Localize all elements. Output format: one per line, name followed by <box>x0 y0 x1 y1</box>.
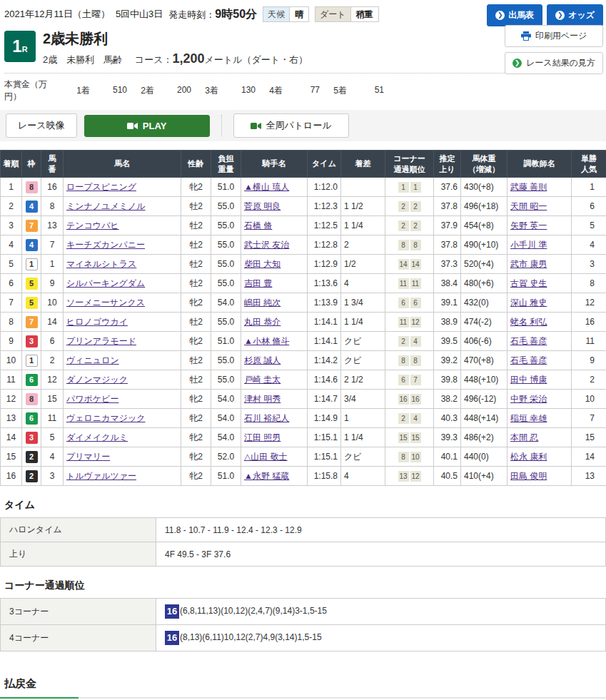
margin: 1 1/4 <box>341 216 385 235</box>
frame-cell: 4 <box>22 235 41 255</box>
jockey-cell: 丸田 恭介 <box>241 313 308 332</box>
horse-name-link[interactable]: キーチズカンパニー <box>66 240 145 250</box>
weather-label: 天候 <box>263 7 289 21</box>
trainer-link[interactable]: 武市 康男 <box>510 259 547 269</box>
body-weight: 430(+8) <box>461 178 507 197</box>
horse-number: 12 <box>41 370 64 390</box>
results-header-row: 着順枠馬 番馬名性齢負担 重量騎手名タイム着差コーナー 通過順位推定 上り馬体重… <box>1 151 606 178</box>
result-row: 936プリンアラモード牝251.0▲小林 脩斗1:14.1クビ2439.5406… <box>1 332 606 351</box>
jockey-link[interactable]: ▲横山 琉人 <box>244 182 289 192</box>
trainer-link[interactable]: 深山 雅史 <box>510 298 547 308</box>
trainer-link[interactable]: 田島 俊明 <box>510 471 547 481</box>
trainer-cell: 小手川 準 <box>507 235 572 255</box>
horse-name-link[interactable]: プリマリー <box>66 452 110 462</box>
video-bar: レース映像 PLAY 全周パトロール <box>0 110 606 141</box>
jockey-link[interactable]: △山田 敬士 <box>244 452 288 462</box>
jockey-link[interactable]: 戸崎 圭太 <box>244 375 281 385</box>
trainer-link[interactable]: 武藤 善則 <box>510 182 547 192</box>
margin: クビ <box>341 447 385 467</box>
play-button[interactable]: PLAY <box>84 115 210 137</box>
trainer-link[interactable]: 蛯名 利弘 <box>510 317 547 327</box>
last-3f: 38.4 <box>434 274 461 293</box>
trainer-link[interactable]: 石毛 善彦 <box>510 355 547 365</box>
jockey-link[interactable]: 菅原 明良 <box>244 201 281 211</box>
camera-icon <box>127 122 138 130</box>
carried-weight: 55.0 <box>211 313 241 332</box>
column-header: 着差 <box>341 151 385 178</box>
time-row: 上り4F 49.5 - 3F 37.6 <box>1 542 606 567</box>
jockey-link[interactable]: 丸田 恭介 <box>244 317 281 327</box>
result-row: 1816ロープスピニング牝251.0▲横山 琉人1:12.01137.6430(… <box>1 178 606 197</box>
frame-cell: 2 <box>22 467 41 486</box>
print-page-button[interactable]: 印刷用ページ <box>505 25 603 47</box>
jockey-link[interactable]: 吉田 豊 <box>244 278 272 288</box>
last-3f: 37.8 <box>434 235 461 255</box>
jockey-cell: 柴田 大知 <box>241 255 308 274</box>
trainer-link[interactable]: 石毛 善彦 <box>510 336 547 346</box>
trainer-link[interactable]: 小手川 準 <box>510 240 547 250</box>
horse-name-link[interactable]: ダイメイクルミ <box>66 432 128 442</box>
jockey-link[interactable]: 武士沢 友治 <box>244 240 289 250</box>
horse-name-cell: シルバーキングダム <box>64 274 181 293</box>
horse-name-link[interactable]: ヴェロニカマジック <box>66 413 146 423</box>
trainer-link[interactable]: 松永 康利 <box>510 452 547 462</box>
finish-position: 7 <box>1 293 22 313</box>
horse-name-link[interactable]: ヴィニュロン <box>66 355 119 365</box>
horse-name-link[interactable]: ソーメニーサンクス <box>66 298 145 308</box>
jockey-link[interactable]: 津村 明秀 <box>244 394 281 404</box>
frame-number: 8 <box>26 393 38 405</box>
jockey-link[interactable]: 嶋田 純次 <box>244 298 281 308</box>
jockey-link[interactable]: 石橋 脩 <box>244 220 272 230</box>
trainer-link[interactable]: 矢野 英一 <box>510 220 547 230</box>
jockey-cell: ▲小林 脩斗 <box>241 332 308 351</box>
patrol-video-button[interactable]: 全周パトロール <box>233 113 349 138</box>
jockey-cell: 石橋 脩 <box>241 216 308 235</box>
trainer-link[interactable]: 天間 昭一 <box>510 201 547 211</box>
carried-weight: 54.0 <box>211 428 241 447</box>
horse-name-link[interactable]: ダノンマジック <box>66 375 128 385</box>
corner-order-text: (6,8,11,13)(10,12)(2,4,7)(9,14)3-1,5-15 <box>180 606 327 616</box>
carried-weight: 54.0 <box>211 390 241 409</box>
payout-underline <box>0 697 606 699</box>
horse-number: 4 <box>41 447 64 467</box>
jockey-link[interactable]: 江田 照男 <box>244 432 281 442</box>
jockey-link[interactable]: 柴田 大知 <box>244 259 281 269</box>
trainer-link[interactable]: 本間 忍 <box>510 432 538 442</box>
win-favorite: 4 <box>572 235 606 255</box>
margin: クビ <box>341 332 385 351</box>
horse-name-cell: ロープスピニング <box>64 178 181 197</box>
trainer-link[interactable]: 田中 博康 <box>510 375 547 385</box>
frame-number: 6 <box>26 412 38 425</box>
trainer-cell: 天間 昭一 <box>507 197 572 216</box>
win-favorite: 14 <box>572 447 606 467</box>
horse-name-link[interactable]: プリンアラモード <box>66 336 136 346</box>
trainer-link[interactable]: 古賀 史生 <box>510 278 547 288</box>
sex-age: 牝2 <box>181 332 211 351</box>
corner-position: 11 <box>398 317 409 328</box>
entries-button[interactable]: ❯ 出馬表 <box>487 4 542 26</box>
trainer-cell: 稲垣 幸雄 <box>507 409 572 428</box>
jockey-link[interactable]: ▲小林 脩斗 <box>244 336 289 346</box>
horse-name-link[interactable]: シルバーキングダム <box>66 278 145 288</box>
horse-name-link[interactable]: トルヴァルツァー <box>66 471 136 481</box>
jockey-link[interactable]: 石川 裕紀人 <box>244 413 289 423</box>
jockey-link[interactable]: ▲永野 猛蔵 <box>244 471 289 481</box>
horse-name-link[interactable]: ロープスピニング <box>66 182 136 192</box>
corner-positions: 24 <box>385 332 434 351</box>
trainer-link[interactable]: 中野 栄治 <box>510 394 547 404</box>
entries-button-label: 出馬表 <box>508 9 534 21</box>
jockey-link[interactable]: 杉原 誠人 <box>244 355 281 365</box>
horse-name-link[interactable]: マイネルシトラス <box>66 259 136 269</box>
carried-weight: 55.0 <box>211 274 241 293</box>
race-video-button[interactable]: レース映像 <box>6 113 77 138</box>
horse-name-link[interactable]: ヒロノゴウカイ <box>66 317 128 327</box>
race-date: 2021年12月11日（土曜） <box>4 8 110 21</box>
horse-name-link[interactable]: パワポケビー <box>66 394 118 404</box>
result-guide-button[interactable]: ❯ レース結果の見方 <box>505 52 603 74</box>
win-favorite: 3 <box>572 255 606 274</box>
payout-section-header: 払戻金 <box>0 677 606 699</box>
horse-name-link[interactable]: テンコウバヒ <box>66 220 119 230</box>
horse-name-link[interactable]: ミンナノユメミノル <box>66 201 146 211</box>
odds-button[interactable]: ❯ オッズ <box>547 4 603 26</box>
trainer-link[interactable]: 稲垣 幸雄 <box>510 413 547 423</box>
